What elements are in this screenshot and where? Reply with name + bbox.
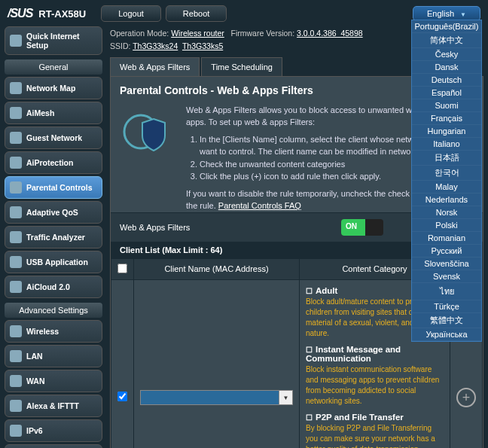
language-option[interactable]: Romanian — [412, 232, 481, 245]
shield-icon — [120, 104, 175, 160]
language-option[interactable]: Malay — [412, 181, 481, 194]
sidebar-item-vpn[interactable]: VPN — [5, 444, 102, 448]
language-option[interactable]: Deutsch — [412, 74, 481, 87]
sidebar-item-network-map[interactable]: Network Map — [5, 77, 102, 99]
tab-web-apps-filters[interactable]: Web & Apps Filters — [110, 57, 200, 76]
sidebar-item-lan[interactable]: LAN — [5, 345, 102, 367]
fw-link[interactable]: 3.0.0.4.386_45898 — [297, 29, 363, 38]
language-option[interactable]: 繁體中文 — [412, 313, 481, 328]
language-option[interactable]: Dansk — [412, 61, 481, 74]
language-option[interactable]: Slovenščina — [412, 258, 481, 270]
sidebar-item-parental-controls[interactable]: Parental Controls — [5, 176, 102, 199]
add-rule-button[interactable]: + — [456, 388, 476, 407]
sidebar-item-aimesh[interactable]: AiMesh — [5, 102, 102, 124]
sidebar-item-aiprotection[interactable]: AiProtection — [5, 151, 102, 174]
client-name-input[interactable] — [140, 390, 279, 405]
language-option[interactable]: Svensk — [412, 270, 481, 283]
language-option[interactable]: Česky — [412, 48, 481, 61]
sidebar-item-ipv6[interactable]: IPv6 — [5, 419, 102, 442]
language-dropdown[interactable]: English — [413, 6, 480, 21]
reboot-button[interactable]: Reboot — [166, 5, 227, 22]
logout-button[interactable]: Logout — [101, 5, 161, 22]
sidebar-item-wan[interactable]: WAN — [5, 370, 102, 392]
sidebar-item-usb-application[interactable]: USB Application — [5, 251, 102, 273]
language-option[interactable]: Français — [412, 112, 481, 125]
sidebar-item-traffic-analyzer[interactable]: Traffic Analyzer — [5, 226, 102, 248]
sidebar-item-guest-network[interactable]: Guest Network — [5, 126, 102, 149]
sidebar-item-aicloud-2.0[interactable]: AiCloud 2.0 — [5, 276, 102, 298]
category-p2p-and-file-transfer[interactable]: P2P and File TransferBy blocking P2P and… — [306, 413, 444, 448]
select-all-checkbox[interactable] — [117, 264, 127, 273]
sidebar-item-alexa-ifttt[interactable]: Alexa & IFTTT — [5, 395, 102, 417]
language-option[interactable]: 简体中文 — [412, 33, 481, 48]
filters-toggle[interactable]: ON — [341, 219, 383, 236]
sidebar-item-adaptive-qos[interactable]: Adaptive QoS — [5, 201, 102, 224]
sidebar-header-advanced: Advanced Settings — [5, 303, 102, 318]
language-option[interactable]: Türkçe — [412, 300, 481, 313]
language-option[interactable]: Suomi — [412, 99, 481, 112]
language-option[interactable]: 日本語 — [412, 151, 481, 166]
sidebar-header-general: General — [5, 59, 102, 75]
sidebar-item-wireless[interactable]: Wireless — [5, 320, 102, 343]
quick-setup-button[interactable]: Quick Internet Setup — [5, 26, 102, 55]
sidebar: Quick Internet Setup General Network Map… — [5, 24, 102, 448]
category-instant-message-and-communication[interactable]: Instant Message and CommunicationBlock i… — [306, 345, 444, 407]
faq-link[interactable]: Parental Controls FAQ — [218, 201, 301, 210]
language-option[interactable]: ไทย — [412, 283, 481, 300]
col-client-name: Client Name (MAC Address) — [134, 258, 300, 279]
brand-logo: /SUS — [8, 7, 32, 20]
language-option[interactable]: Español — [412, 87, 481, 99]
language-option[interactable]: Norsk — [412, 206, 481, 219]
language-option[interactable]: Українська — [412, 328, 481, 341]
language-option[interactable]: Русский — [412, 245, 481, 258]
language-option[interactable]: Italiano — [412, 138, 481, 151]
language-option[interactable]: Português(Brazil) — [412, 20, 481, 33]
model-label: RT-AX58U — [38, 8, 86, 20]
client-dropdown-button[interactable]: ▼ — [279, 390, 293, 405]
language-option[interactable]: Nederlands — [412, 194, 481, 206]
language-option[interactable]: Hungarian — [412, 125, 481, 138]
language-option[interactable]: Polski — [412, 219, 481, 232]
opmode-link[interactable]: Wireless router — [171, 29, 224, 38]
row-checkbox[interactable] — [117, 392, 127, 401]
ssid2-link[interactable]: Th3G33ks5 — [182, 41, 223, 50]
toggle-label: Web & Apps Filters — [120, 223, 190, 232]
tab-time-scheduling[interactable]: Time Scheduling — [201, 57, 282, 76]
language-menu: Português(Brazil)简体中文ČeskyDanskDeutschEs… — [411, 20, 482, 342]
ssid1-link[interactable]: Th3G33ks24 — [133, 41, 178, 50]
language-option[interactable]: 한국어 — [412, 166, 481, 181]
